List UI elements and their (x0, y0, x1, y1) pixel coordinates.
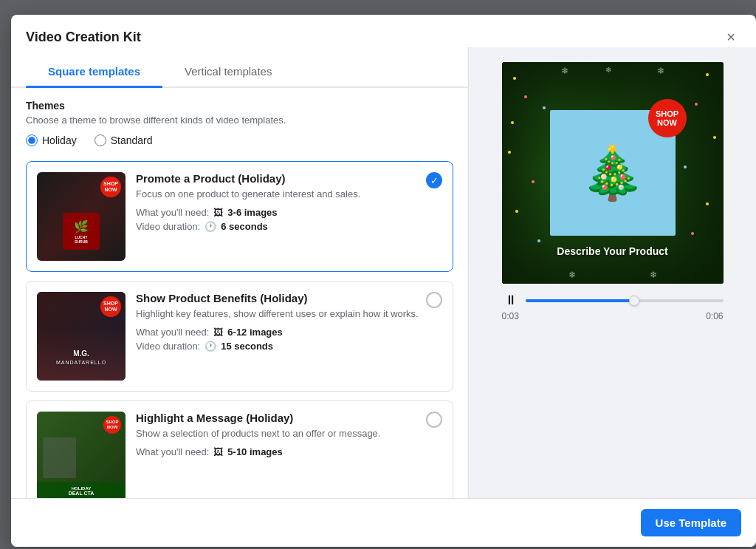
modal-header: Video Creation Kit × (11, 15, 756, 47)
meta-duration-2: Video duration: 🕐 15 seconds (136, 341, 442, 352)
themes-section: Themes Choose a theme to browse differen… (26, 100, 453, 146)
image-icon-3: 🖼 (213, 446, 223, 457)
template-thumbnail-3: SHOPNOW HOLIDAY DEAL CTA (37, 412, 126, 498)
template-thumbnail-1: SHOPNOW 🌿 LUCHYSHRUB (37, 172, 126, 261)
duration-value-2: 15 seconds (221, 341, 273, 352)
progress-fill (526, 299, 634, 302)
tab-square[interactable]: Square templates (26, 56, 162, 86)
modal-body: Square templates Vertical templates Them… (11, 47, 756, 498)
template-meta-2: What you'll need: 🖼 6-12 images Video du… (136, 327, 442, 352)
modal-footer: Use Template (11, 498, 756, 547)
select-indicator-2 (426, 292, 442, 308)
select-indicator-3 (426, 412, 442, 428)
logo-1: 🌿 LUCHYSHRUB (63, 213, 100, 250)
template-thumbnail-2: SHOPNOW M.G.MANDATARELLO (37, 292, 126, 381)
clock-icon-1: 🕐 (205, 221, 216, 232)
clock-icon-2: 🕐 (205, 341, 216, 352)
time-total: 0:06 (706, 311, 723, 321)
template-meta-1: What you'll need: 🖼 3-6 images Video dur… (136, 207, 442, 232)
left-content: Themes Choose a theme to browse differen… (11, 88, 468, 498)
select-indicator-1: ✓ (426, 172, 442, 188)
template-info-1: Promote a Product (Holiday) Focus on one… (136, 172, 442, 232)
meta-duration-1: Video duration: 🕐 6 seconds (136, 221, 442, 232)
shop-now-badge-2: SHOPNOW (100, 296, 121, 317)
template-list: SHOPNOW 🌿 LUCHYSHRUB Promote a Product (… (26, 161, 453, 498)
shop-now-badge-1: SHOPNOW (100, 177, 121, 197)
image-icon-1: 🖼 (213, 207, 223, 218)
template-card-promote[interactable]: SHOPNOW 🌿 LUCHYSHRUB Promote a Product (… (26, 161, 453, 272)
duration-value-1: 6 seconds (221, 221, 268, 232)
images-count-3: 5-10 images (227, 446, 282, 457)
preview-product-box: 🎄 SHOPNOW (550, 110, 676, 236)
time-current: 0:03 (502, 311, 519, 321)
theme-standard-option[interactable]: Standard (94, 134, 153, 146)
template-name-2: Show Product Benefits (Holiday) (136, 292, 442, 304)
template-card-benefits[interactable]: SHOPNOW M.G.MANDATARELLO Show Product Be… (26, 281, 453, 392)
template-info-3: Highlight a Message (Holiday) Show a sel… (136, 412, 442, 457)
template-info-2: Show Product Benefits (Holiday) Highligh… (136, 292, 442, 352)
progress-thumb[interactable] (629, 296, 639, 306)
video-preview: ❄ ❄ ❄ ❄ ❄ 🎄 SHOPNOW (502, 62, 724, 284)
video-progress-bar: ⏸ (502, 293, 724, 308)
theme-radio-group: Holiday Standard (26, 134, 453, 146)
template-name-1: Promote a Product (Holiday) (136, 172, 442, 185)
themes-title: Themes (26, 100, 453, 112)
tab-vertical[interactable]: Vertical templates (162, 56, 294, 86)
meta-images-1: What you'll need: 🖼 3-6 images (136, 207, 442, 218)
holiday-deal-label: HOLIDAY DEAL CTA (37, 482, 126, 498)
right-panel: ❄ ❄ ❄ ❄ ❄ 🎄 SHOPNOW (469, 47, 756, 498)
template-card-message[interactable]: SHOPNOW HOLIDAY DEAL CTA Highlight a Mes (26, 400, 453, 498)
shop-now-badge-3: SHOPNOW (103, 416, 121, 434)
close-button[interactable]: × (721, 27, 741, 47)
time-labels: 0:03 0:06 (502, 311, 724, 321)
image-icon-2: 🖼 (213, 327, 223, 338)
brand-text-2: M.G.MANDATARELLO (56, 349, 106, 366)
template-desc-2: Highlight key features, show different u… (136, 307, 442, 321)
images-count-2: 6-12 images (227, 327, 282, 338)
progress-track[interactable] (526, 299, 724, 302)
meta-images-2: What you'll need: 🖼 6-12 images (136, 327, 442, 338)
preview-describe-text: Describe Your Product (557, 245, 667, 257)
template-name-3: Highlight a Message (Holiday) (136, 412, 442, 424)
themes-description: Choose a theme to browse different kinds… (26, 115, 453, 126)
tabs-container: Square templates Vertical templates (11, 56, 468, 88)
video-creation-kit-modal: Video Creation Kit × Square templates Ve… (11, 15, 756, 547)
meta-images-3: What you'll need: 🖼 5-10 images (136, 446, 442, 457)
template-desc-3: Show a selection of products next to an … (136, 427, 442, 440)
theme-standard-radio[interactable] (94, 134, 106, 146)
use-template-button[interactable]: Use Template (641, 509, 741, 536)
left-panel: Square templates Vertical templates Them… (11, 47, 469, 498)
theme-holiday-radio[interactable] (26, 134, 38, 146)
video-controls: ⏸ 0:03 0:06 (502, 293, 724, 321)
theme-holiday-option[interactable]: Holiday (26, 134, 77, 146)
template-meta-3: What you'll need: 🖼 5-10 images (136, 446, 442, 457)
images-count-1: 3-6 images (227, 207, 277, 218)
preview-shop-badge: SHOPNOW (648, 99, 687, 137)
pause-button[interactable]: ⏸ (502, 293, 520, 308)
template-desc-1: Focus on one product to generate interes… (136, 188, 442, 201)
modal-title: Video Creation Kit (26, 30, 141, 45)
